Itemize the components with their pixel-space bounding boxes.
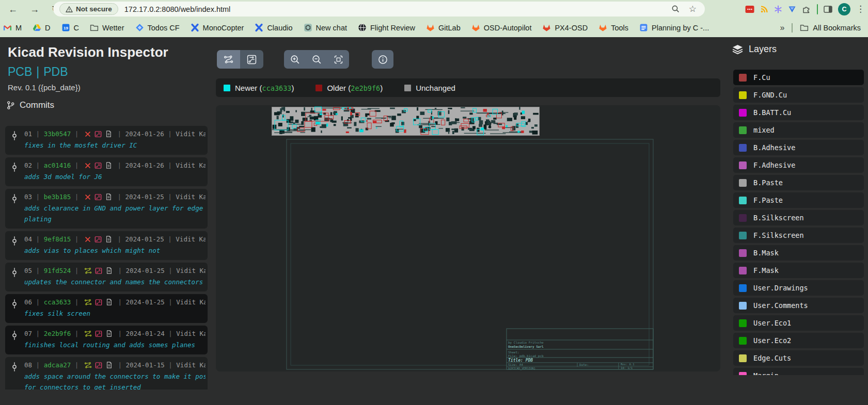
folder-icon	[800, 23, 809, 32]
pcb-canvas[interactable]: by Claudio Fritsche OneSecDelivery Sarl …	[216, 105, 720, 371]
forward-button[interactable]: →	[30, 5, 39, 14]
zoom-in-icon	[290, 55, 300, 64]
commit-message: adds space around the connectors to make…	[24, 371, 206, 390]
layer-row[interactable]: B.BATT.Cu	[733, 105, 864, 120]
bookmark-item[interactable]: C	[61, 23, 79, 32]
no-schematic-icon	[84, 131, 91, 138]
svg-text:Sheet:: Sheet:	[508, 350, 519, 354]
pcb-view-button[interactable]	[240, 50, 263, 69]
legend-unchanged: Unchanged	[404, 84, 455, 92]
layer-color-swatch	[739, 267, 747, 274]
commit-card[interactable]: 08 | adcaa27 |	[5, 357, 208, 390]
bookmark-item[interactable]: Todos CF	[135, 23, 180, 32]
bookmark-item[interactable]: Flight Review	[358, 23, 415, 32]
layer-row[interactable]: F.GND.Cu	[733, 87, 864, 103]
pcb-diff-icon	[94, 236, 102, 243]
layer-row[interactable]: User.Comments	[733, 298, 864, 313]
layer-row[interactable]: mixed	[733, 122, 864, 138]
not-secure-chip[interactable]: Not secure	[59, 3, 118, 15]
all-bookmarks-button[interactable]: All Bookmarks	[800, 23, 861, 32]
bookmark-item[interactable]: MonoCopter	[191, 23, 244, 32]
commit-card[interactable]: 03 | be3b185 |	[5, 189, 208, 229]
schematic-diff-icon	[84, 267, 92, 274]
rss-extension-icon[interactable]	[760, 5, 768, 13]
bookmark-item[interactable]: PX4-OSD	[542, 23, 588, 32]
info-group	[372, 50, 393, 69]
commit-node-icon	[11, 131, 18, 141]
layer-row[interactable]: User.Drawings	[733, 280, 864, 296]
zoom-fit-button[interactable]	[327, 50, 349, 69]
profile-avatar[interactable]: C	[838, 3, 850, 15]
bookmark-favicon	[426, 23, 435, 32]
zoom-out-button[interactable]	[306, 50, 327, 69]
schematic-diff-icon	[84, 362, 92, 369]
commit-message: fixes in the mosfet driver IC	[24, 140, 206, 151]
commit-card[interactable]: 05 | 91fd524 |	[5, 263, 208, 291]
layer-color-swatch	[739, 179, 747, 187]
layer-row[interactable]: Margin	[733, 368, 864, 375]
no-schematic-icon	[84, 236, 91, 243]
bookmark-item[interactable]: M	[3, 23, 22, 32]
bookmark-item[interactable]: New chat	[304, 23, 347, 32]
no-schematic-icon	[84, 162, 91, 169]
svg-text:Rev: 0.1: Rev: 0.1	[621, 363, 635, 366]
layer-row[interactable]: F.Cu	[733, 70, 864, 85]
document-icon	[105, 161, 112, 169]
commit-card[interactable]: 04 | 9ef8d15 |	[5, 231, 208, 260]
sidebar-toggle-icon[interactable]	[824, 5, 832, 13]
bookmark-favicon	[358, 23, 367, 32]
layer-row[interactable]: F.Silkscreen	[733, 228, 864, 243]
address-bar[interactable]: Not secure 172.17.0.2:8080/web/index.htm…	[53, 2, 705, 17]
view-toggle-group	[217, 50, 263, 69]
layer-color-swatch	[739, 91, 747, 99]
info-button[interactable]	[372, 50, 393, 69]
back-button[interactable]: ←	[8, 5, 18, 14]
bookmark-favicon	[542, 23, 551, 32]
bookmark-favicon	[255, 23, 263, 32]
extension-red-icon[interactable]	[745, 5, 754, 13]
pcb-diff-icon	[95, 330, 102, 337]
browser-menu-icon[interactable]: ⋮	[856, 4, 865, 14]
schematic-view-button[interactable]	[217, 50, 240, 69]
pcb-diff-icon	[94, 193, 102, 201]
bookmark-item[interactable]: GitLab	[426, 23, 461, 32]
layer-row[interactable]: B.Silkscreen	[733, 210, 864, 225]
nav-pdb-link[interactable]: PDB	[43, 65, 68, 78]
bookmark-item[interactable]: Claudio	[255, 23, 292, 32]
document-icon	[105, 330, 113, 337]
layer-row[interactable]: B.Adhesive	[733, 140, 864, 155]
asterisk-extension-icon[interactable]	[774, 5, 782, 13]
bookmark-item[interactable]: Wetter	[90, 23, 124, 32]
layer-row[interactable]: Edge.Cuts	[733, 350, 864, 366]
bookmark-item[interactable]: Planning by C -...	[639, 23, 709, 32]
layer-row[interactable]: User.Eco2	[733, 333, 864, 348]
nav-pcb-link[interactable]: PCB	[8, 65, 32, 78]
svg-text:OneSecDelivery Sarl: OneSecDelivery Sarl	[508, 345, 544, 349]
screen: ← → ↻ Not secure 172.17.0.2:8080/web/ind…	[0, 0, 868, 405]
layer-row[interactable]: F.Adhesive	[733, 157, 864, 173]
commits-header: Commits	[7, 100, 54, 110]
layer-row[interactable]: User.Eco1	[733, 315, 864, 331]
document-icon	[105, 298, 113, 306]
svg-text:Date:: Date:	[579, 363, 589, 366]
layer-row[interactable]: F.Mask	[733, 263, 864, 278]
bookmark-item[interactable]: OSD-Autopilot	[471, 23, 532, 32]
layer-row[interactable]: F.Paste	[733, 192, 864, 208]
extensions-puzzle-icon[interactable]	[802, 5, 811, 14]
browser-toolbar: ← → ↻ Not secure 172.17.0.2:8080/web/ind…	[0, 0, 868, 18]
bookmarks-overflow-chevron[interactable]: »	[780, 23, 784, 33]
pcb-diff-icon	[94, 131, 102, 138]
layer-row[interactable]: B.Paste	[733, 175, 864, 190]
commit-card[interactable]: 02 | ac01416 |	[5, 157, 208, 186]
commit-card[interactable]: 01 | 33b0547 |	[5, 126, 208, 155]
bookmark-item[interactable]: Tools	[598, 23, 628, 32]
bookmark-star-icon[interactable]: ☆	[689, 4, 697, 14]
funnel-extension-icon[interactable]	[788, 5, 796, 13]
zoom-in-button[interactable]	[284, 50, 306, 69]
commit-card[interactable]: 06 | cca3633 |	[5, 294, 208, 323]
layer-row[interactable]: B.Mask	[733, 245, 864, 261]
commit-card[interactable]: 07 | 2e2b9f6 |	[5, 326, 208, 354]
commit-message: adds clearance in GND and power layer fo…	[24, 203, 206, 224]
bookmark-item[interactable]: D	[33, 23, 50, 32]
zoom-indicator-icon[interactable]	[671, 5, 680, 13]
